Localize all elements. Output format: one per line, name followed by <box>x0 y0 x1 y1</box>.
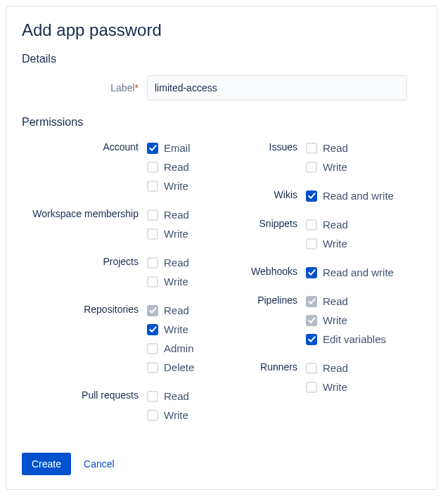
checkbox-issues-read[interactable] <box>306 143 317 154</box>
perm-group-repositories: RepositoriesReadWriteAdminDelete <box>22 301 213 377</box>
checkbox-label: Write <box>164 180 188 192</box>
perm-group-label: Pull requests <box>22 387 147 425</box>
perm-options: EmailReadWrite <box>147 138 213 195</box>
checkbox-projects-read[interactable] <box>147 257 158 269</box>
perm-group-workspace-membership: Workspace membershipReadWrite <box>22 205 213 243</box>
checkbox-pipelines-read <box>306 296 317 307</box>
checkbox-label: Write <box>323 161 347 173</box>
checkbox-label: Read <box>164 390 189 402</box>
perm-group-runners: RunnersReadWrite <box>230 358 421 396</box>
create-button[interactable]: Create <box>22 453 71 475</box>
checkbox-pull-requests-write[interactable] <box>147 410 158 421</box>
checkbox-label: Read <box>164 161 189 173</box>
perm-option-repositories-read: Read <box>147 301 213 320</box>
checkbox-label: Email <box>164 142 191 154</box>
cancel-link[interactable]: Cancel <box>84 458 115 470</box>
checkbox-label: Write <box>164 323 188 335</box>
checkbox-label: Read <box>164 257 189 269</box>
perm-options: ReadWrite <box>147 205 213 243</box>
perm-group-label: Runners <box>230 358 306 396</box>
checkbox-snippets-read[interactable] <box>306 219 317 231</box>
checkbox-account-read[interactable] <box>147 162 158 173</box>
perm-option-runners-write: Write <box>306 377 421 396</box>
perm-options: ReadWriteAdminDelete <box>147 301 213 377</box>
actions-row: Create Cancel <box>22 453 421 475</box>
perm-option-issues-write: Write <box>306 157 421 176</box>
checkbox-runners-read[interactable] <box>306 363 317 374</box>
label-field-row: Label* <box>22 75 421 101</box>
checkbox-label: Edit variables <box>323 333 386 345</box>
perm-option-snippets-write: Write <box>306 234 421 253</box>
perm-group-label: Issues <box>230 138 306 176</box>
permissions-section-title: Permissions <box>22 116 421 129</box>
permissions-grid: AccountEmailReadWriteWorkspace membershi… <box>22 138 421 434</box>
perm-group-snippets: SnippetsReadWrite <box>230 215 421 253</box>
checkbox-label: Write <box>323 314 347 326</box>
perm-group-wikis: WikisRead and write <box>230 186 421 205</box>
perm-group-account: AccountEmailReadWrite <box>22 138 213 195</box>
checkbox-label: Delete <box>164 361 194 373</box>
checkbox-workspace-membership-read[interactable] <box>147 209 158 221</box>
perm-option-repositories-write: Write <box>147 320 213 339</box>
perm-option-account-email: Email <box>147 138 213 157</box>
perm-group-pull-requests: Pull requestsReadWrite <box>22 387 213 425</box>
perm-option-webhooks-read-and-write: Read and write <box>306 263 421 282</box>
checkbox-label: Admin <box>164 342 194 354</box>
checkbox-label: Write <box>164 276 188 287</box>
checkbox-pipelines-write <box>306 315 317 326</box>
checkbox-account-email[interactable] <box>147 143 158 154</box>
perm-option-runners-read: Read <box>306 358 421 377</box>
checkbox-repositories-delete[interactable] <box>147 362 158 373</box>
perm-group-label: Workspace membership <box>22 205 147 243</box>
perm-group-label: Repositories <box>22 301 147 377</box>
perm-option-pull-requests-write: Write <box>147 406 213 425</box>
perm-option-projects-read: Read <box>147 253 213 272</box>
perm-group-webhooks: WebhooksRead and write <box>230 263 421 282</box>
checkbox-label: Read <box>323 219 348 231</box>
checkbox-label: Read <box>323 295 348 307</box>
perm-group-label: Account <box>22 138 147 195</box>
checkbox-label: Read <box>164 209 189 221</box>
checkbox-runners-write[interactable] <box>306 382 317 393</box>
checkbox-workspace-membership-write[interactable] <box>147 228 158 240</box>
add-app-password-panel: Add app password Details Label* Permissi… <box>6 6 437 490</box>
perm-options: ReadWrite <box>147 387 213 425</box>
checkbox-pull-requests-read[interactable] <box>147 391 158 402</box>
permissions-column-left: AccountEmailReadWriteWorkspace membershi… <box>22 138 213 434</box>
perm-option-repositories-delete: Delete <box>147 358 213 377</box>
perm-option-pipelines-write: Write <box>306 311 421 330</box>
perm-group-label: Projects <box>22 253 147 291</box>
checkbox-pipelines-edit-variables[interactable] <box>306 334 317 345</box>
perm-group-label: Snippets <box>230 215 306 253</box>
perm-group-label: Wikis <box>230 186 306 205</box>
checkbox-label: Write <box>323 238 347 250</box>
page-title: Add app password <box>22 20 421 40</box>
checkbox-projects-write[interactable] <box>147 276 158 287</box>
checkbox-wikis-read-and-write[interactable] <box>306 190 317 202</box>
checkbox-issues-write[interactable] <box>306 162 317 173</box>
perm-options: ReadWrite <box>306 358 421 396</box>
checkbox-repositories-admin[interactable] <box>147 343 158 354</box>
perm-option-projects-write: Write <box>147 272 213 291</box>
perm-group-label: Pipelines <box>230 292 306 349</box>
checkbox-label: Read <box>323 142 348 154</box>
perm-option-workspace-membership-read: Read <box>147 205 213 224</box>
perm-option-account-read: Read <box>147 157 213 176</box>
label-field-label: Label* <box>22 82 147 93</box>
label-input[interactable] <box>147 75 407 101</box>
perm-group-issues: IssuesReadWrite <box>230 138 421 176</box>
perm-option-issues-read: Read <box>306 138 421 157</box>
checkbox-label: Write <box>164 228 188 240</box>
perm-option-pipelines-read: Read <box>306 292 421 311</box>
checkbox-label: Read and write <box>323 190 394 202</box>
perm-options: Read and write <box>306 186 421 205</box>
perm-option-snippets-read: Read <box>306 215 421 234</box>
checkbox-webhooks-read-and-write[interactable] <box>306 267 317 278</box>
checkbox-snippets-write[interactable] <box>306 238 317 250</box>
checkbox-label: Write <box>164 409 188 421</box>
checkbox-label: Read and write <box>323 266 394 278</box>
perm-option-repositories-admin: Admin <box>147 339 213 358</box>
checkbox-repositories-write[interactable] <box>147 324 158 335</box>
details-section-title: Details <box>22 53 421 65</box>
checkbox-account-write[interactable] <box>147 181 158 192</box>
